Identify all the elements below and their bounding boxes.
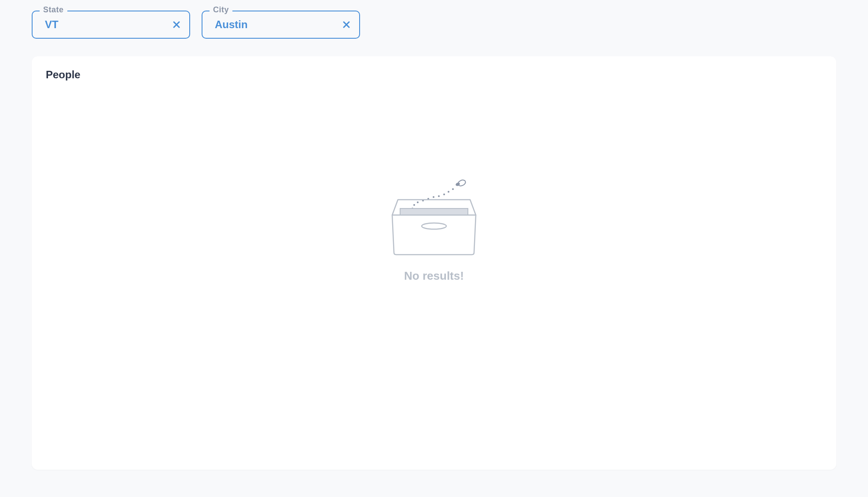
- state-filter-label: State: [40, 5, 67, 15]
- svg-point-5: [438, 195, 440, 197]
- clear-city-icon[interactable]: [342, 21, 350, 29]
- empty-drawer-icon: [388, 178, 480, 259]
- svg-point-2: [452, 188, 454, 190]
- svg-point-10: [413, 204, 415, 206]
- svg-point-4: [443, 194, 445, 195]
- state-filter: State VT: [32, 11, 190, 39]
- empty-state-message: No results!: [404, 269, 464, 283]
- city-filter-input[interactable]: Austin: [202, 11, 360, 39]
- city-filter-label: City: [210, 5, 232, 15]
- svg-point-6: [433, 196, 434, 198]
- clear-state-icon[interactable]: [173, 21, 180, 29]
- filters-row: State VT City Austin: [0, 0, 868, 46]
- city-filter: City Austin: [202, 11, 360, 39]
- svg-point-3: [448, 191, 449, 193]
- state-filter-value: VT: [45, 18, 59, 31]
- svg-point-9: [417, 201, 419, 203]
- city-filter-value: Austin: [215, 18, 248, 31]
- empty-state: No results!: [46, 178, 822, 283]
- state-filter-input[interactable]: VT: [32, 11, 190, 39]
- people-panel: People: [32, 56, 836, 470]
- panel-title: People: [46, 69, 822, 81]
